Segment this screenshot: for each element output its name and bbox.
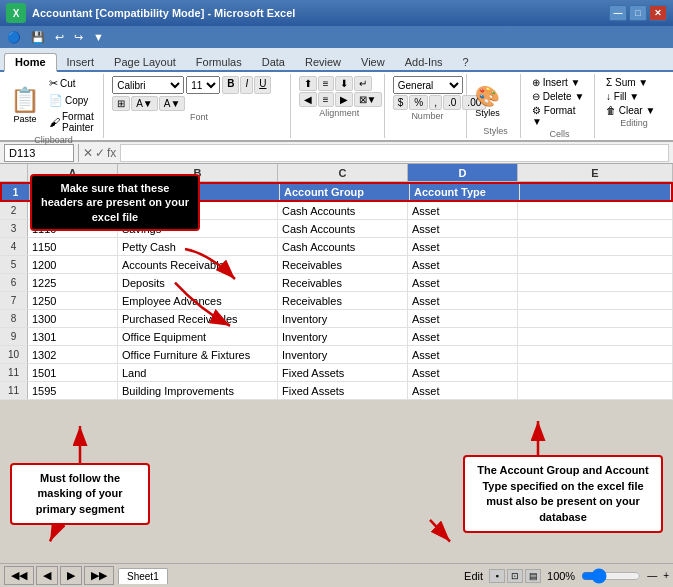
font-size-select[interactable]: 11 — [186, 76, 220, 94]
office-button[interactable]: 🔵 — [4, 30, 24, 45]
maximize-button[interactable]: □ — [629, 5, 647, 21]
cell-12-c[interactable]: Fixed Assets — [278, 382, 408, 399]
cell-6-c[interactable]: Receivables — [278, 274, 408, 291]
zoom-in-button[interactable]: + — [663, 570, 669, 581]
cell-8-c[interactable]: Inventory — [278, 310, 408, 327]
number-format-select[interactable]: General — [393, 76, 463, 94]
cell-7-c[interactable]: Receivables — [278, 292, 408, 309]
col-header-e[interactable]: E — [518, 164, 673, 181]
cell-8-d[interactable]: Asset — [408, 310, 518, 327]
cell-10-c[interactable]: Inventory — [278, 346, 408, 363]
qa-dropdown[interactable]: ▼ — [90, 30, 107, 44]
save-button-qa[interactable]: 💾 — [28, 30, 48, 45]
cell-12-b[interactable]: Building Improvements — [118, 382, 278, 399]
page-break-view-button[interactable]: ▤ — [525, 569, 541, 583]
cut-button[interactable]: ✂ Cut — [46, 76, 99, 91]
copy-button[interactable]: 📄 Copy — [46, 93, 99, 108]
format-painter-button[interactable]: 🖌 Format Painter — [46, 110, 99, 134]
page-layout-view-button[interactable]: ⊡ — [507, 569, 523, 583]
align-middle-button[interactable]: ≡ — [318, 76, 334, 91]
cell-2-c[interactable]: Cash Accounts — [278, 202, 408, 219]
cell-5-b[interactable]: Accounts Receivable — [118, 256, 278, 273]
comma-button[interactable]: , — [429, 95, 442, 110]
tab-review[interactable]: Review — [295, 54, 351, 70]
cell-9-a[interactable]: 1301 — [28, 328, 118, 345]
increase-decimal-button[interactable]: .0 — [443, 95, 461, 110]
tab-page-layout[interactable]: Page Layout — [104, 54, 186, 70]
cell-7-a[interactable]: 1250 — [28, 292, 118, 309]
cell-5-a[interactable]: 1200 — [28, 256, 118, 273]
prev-sheet-button-2[interactable]: ◀ — [36, 566, 58, 585]
cell-6-d[interactable]: Asset — [408, 274, 518, 291]
zoom-out-button[interactable]: — — [647, 570, 657, 581]
cell-11-d[interactable]: Asset — [408, 364, 518, 381]
cell-4-c[interactable]: Cash Accounts — [278, 238, 408, 255]
cell-8-a[interactable]: 1300 — [28, 310, 118, 327]
cell-10-b[interactable]: Office Furniture & Fixtures — [118, 346, 278, 363]
cancel-icon[interactable]: ✕ — [83, 146, 93, 160]
cell-8-b[interactable]: Purchased Receivables — [118, 310, 278, 327]
cell-10-a[interactable]: 1302 — [28, 346, 118, 363]
tab-formulas[interactable]: Formulas — [186, 54, 252, 70]
paste-button[interactable]: 📋 Paste — [8, 84, 42, 126]
tab-help[interactable]: ? — [453, 54, 479, 70]
prev-sheet-button[interactable]: ◀◀ — [4, 566, 34, 585]
normal-view-button[interactable]: ▪ — [489, 569, 505, 583]
next-sheet-button[interactable]: ▶ — [60, 566, 82, 585]
align-center-button[interactable]: ≡ — [318, 92, 334, 107]
fill-button[interactable]: ↓ Fill ▼ — [603, 90, 658, 103]
cell-6-a[interactable]: 1225 — [28, 274, 118, 291]
cell-5-d[interactable]: Asset — [408, 256, 518, 273]
tab-insert[interactable]: Insert — [57, 54, 105, 70]
cell-11-a[interactable]: 1501 — [28, 364, 118, 381]
wrap-text-button[interactable]: ↵ — [354, 76, 372, 91]
percent-button[interactable]: % — [409, 95, 428, 110]
styles-button[interactable]: 🎨 Styles — [475, 76, 500, 125]
close-button[interactable]: ✕ — [649, 5, 667, 21]
zoom-slider[interactable] — [581, 569, 641, 583]
clear-button[interactable]: 🗑 Clear ▼ — [603, 104, 658, 117]
insert-cells-button[interactable]: ⊕ Insert ▼ — [529, 76, 590, 89]
underline-button[interactable]: U — [254, 76, 271, 94]
align-left-button[interactable]: ◀ — [299, 92, 317, 107]
confirm-icon[interactable]: ✓ — [95, 146, 105, 160]
last-sheet-button[interactable]: ▶▶ — [84, 566, 114, 585]
col-header-d[interactable]: D — [408, 164, 518, 181]
align-top-button[interactable]: ⬆ — [299, 76, 317, 91]
cell-12-a[interactable]: 1595 — [28, 382, 118, 399]
tab-view[interactable]: View — [351, 54, 395, 70]
function-icon[interactable]: fx — [107, 146, 116, 160]
currency-button[interactable]: $ — [393, 95, 409, 110]
cell-9-d[interactable]: Asset — [408, 328, 518, 345]
cell-3-d[interactable]: Asset — [408, 220, 518, 237]
tab-home[interactable]: Home — [4, 53, 57, 72]
tab-data[interactable]: Data — [252, 54, 295, 70]
cell-3-c[interactable]: Cash Accounts — [278, 220, 408, 237]
cell-4-d[interactable]: Asset — [408, 238, 518, 255]
name-box[interactable]: D113 — [4, 144, 74, 162]
border-button[interactable]: ⊞ — [112, 96, 130, 111]
cell-9-c[interactable]: Inventory — [278, 328, 408, 345]
sum-button[interactable]: Σ Sum ▼ — [603, 76, 658, 89]
cell-11-c[interactable]: Fixed Assets — [278, 364, 408, 381]
align-bottom-button[interactable]: ⬇ — [335, 76, 353, 91]
fill-color-button[interactable]: A▼ — [131, 96, 158, 111]
cell-9-b[interactable]: Office Equipment — [118, 328, 278, 345]
cell-4-a[interactable]: 1150 — [28, 238, 118, 255]
sheet-tab-1[interactable]: Sheet1 — [118, 568, 168, 584]
cell-12-d[interactable]: Asset — [408, 382, 518, 399]
redo-button[interactable]: ↪ — [71, 30, 86, 45]
minimize-button[interactable]: — — [609, 5, 627, 21]
align-right-button[interactable]: ▶ — [335, 92, 353, 107]
cell-7-b[interactable]: Employee Advances — [118, 292, 278, 309]
undo-button[interactable]: ↩ — [52, 30, 67, 45]
cell-4-b[interactable]: Petty Cash — [118, 238, 278, 255]
format-cells-button[interactable]: ⚙ Format ▼ — [529, 104, 590, 128]
cell-5-c[interactable]: Receivables — [278, 256, 408, 273]
italic-button[interactable]: I — [240, 76, 253, 94]
formula-input[interactable] — [120, 144, 669, 162]
font-color-button[interactable]: A▼ — [159, 96, 186, 111]
font-family-select[interactable]: Calibri — [112, 76, 184, 94]
tab-addins[interactable]: Add-Ins — [395, 54, 453, 70]
cell-6-b[interactable]: Deposits — [118, 274, 278, 291]
